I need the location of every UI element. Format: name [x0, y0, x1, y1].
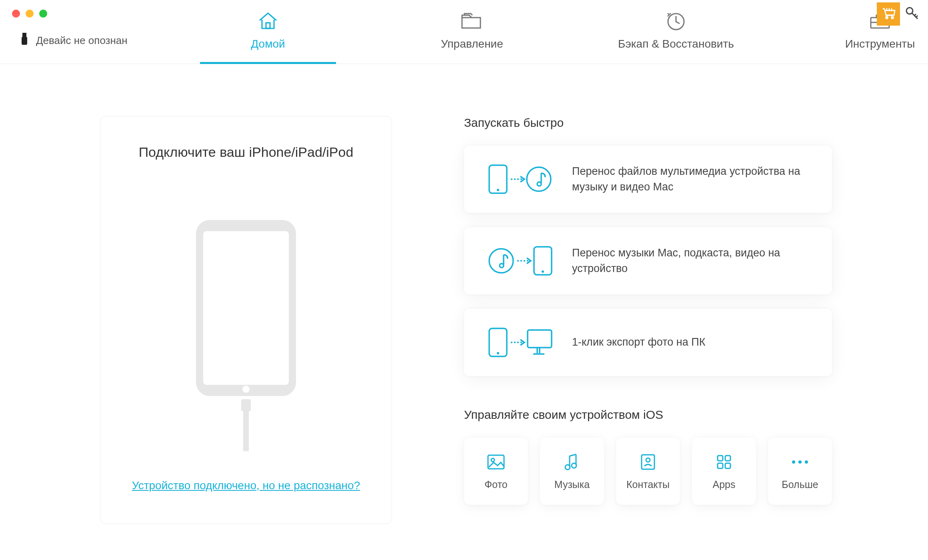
- folder-icon: [460, 10, 484, 31]
- svg-point-15: [542, 270, 544, 273]
- contacts-icon: [639, 452, 657, 472]
- home-icon: [257, 10, 279, 31]
- backup-icon: [665, 10, 687, 31]
- svg-rect-18: [528, 330, 552, 348]
- photo-icon: [486, 452, 506, 472]
- svg-point-13: [500, 264, 504, 268]
- cart-button[interactable]: [877, 2, 900, 26]
- key-icon: [904, 5, 920, 23]
- device-status: Девайс не опознан: [19, 32, 128, 49]
- quick-card-text: Перенос файлов мультимедиа устройства на…: [572, 164, 812, 195]
- tile-label: Контакты: [626, 479, 670, 490]
- tile-label: Фото: [484, 479, 507, 490]
- svg-point-31: [805, 460, 808, 464]
- quick-start-section: Запускать быстро Пер: [464, 116, 832, 376]
- phone-illustration: [196, 220, 296, 396]
- window-zoom-button[interactable]: [39, 10, 47, 18]
- right-column: Запускать быстро Пер: [464, 116, 832, 524]
- tab-backup-label: Бэкап & Восстановить: [618, 38, 734, 50]
- svg-rect-28: [725, 463, 730, 468]
- main-nav: Домой Управление Бэкап & Восстановить Ин…: [200, 0, 928, 64]
- svg-rect-26: [725, 456, 730, 461]
- tab-tools-label: Инструменты: [845, 38, 915, 50]
- svg-point-12: [489, 249, 513, 273]
- window-close-button[interactable]: [12, 10, 20, 18]
- tile-label: Apps: [713, 479, 736, 490]
- more-icon: [790, 452, 810, 472]
- quick-start-title: Запускать быстро: [464, 116, 832, 130]
- manage-tiles: Фото Музыка Контакты: [464, 438, 832, 505]
- svg-point-9: [497, 189, 499, 191]
- tile-music[interactable]: Музыка: [540, 438, 604, 505]
- svg-point-6: [892, 17, 894, 19]
- device-not-recognized-link[interactable]: Устройство подключено, но не распознано?: [132, 479, 360, 492]
- svg-point-11: [537, 182, 541, 186]
- svg-point-20: [491, 458, 494, 462]
- apps-icon: [715, 452, 733, 472]
- svg-point-22: [572, 463, 576, 468]
- tile-label: Музыка: [554, 479, 590, 490]
- tile-contacts[interactable]: Контакты: [616, 438, 680, 505]
- svg-point-24: [646, 458, 650, 462]
- music-to-device-icon: [484, 243, 556, 279]
- cart-icon: [881, 6, 896, 22]
- svg-point-17: [497, 352, 499, 354]
- quick-cards: Перенос файлов мультимедиа устройства на…: [464, 146, 832, 376]
- svg-point-7: [906, 8, 913, 14]
- tile-apps[interactable]: Apps: [692, 438, 756, 505]
- svg-rect-19: [488, 455, 504, 469]
- svg-point-30: [798, 460, 802, 464]
- manage-title: Управляйте своим устройством iOS: [464, 408, 832, 422]
- quick-card-text: 1-клик экспорт фото на ПК: [572, 334, 705, 350]
- tab-backup[interactable]: Бэкап & Восстановить: [608, 0, 744, 64]
- tab-home[interactable]: Домой: [200, 0, 336, 64]
- svg-rect-1: [22, 37, 27, 45]
- quick-card-text: Перенос музыки Mac, подкаста, видео на у…: [572, 245, 812, 276]
- device-to-music-icon: [484, 161, 556, 197]
- usb-icon: [19, 32, 30, 49]
- quick-card-mac-to-device[interactable]: Перенос музыки Mac, подкаста, видео на у…: [464, 227, 832, 294]
- svg-rect-27: [718, 463, 723, 468]
- tile-more[interactable]: Больше: [768, 438, 832, 505]
- tab-manage-label: Управление: [441, 38, 503, 50]
- quick-card-device-to-mac[interactable]: Перенос файлов мультимедиа устройства на…: [464, 146, 832, 213]
- device-to-pc-icon: [484, 324, 556, 360]
- svg-point-21: [565, 465, 570, 470]
- phone-figure: [196, 220, 296, 451]
- svg-point-5: [886, 17, 888, 19]
- activate-button[interactable]: [902, 4, 922, 24]
- window-minimize-button[interactable]: [26, 10, 34, 18]
- tab-home-label: Домой: [251, 38, 285, 50]
- svg-rect-2: [266, 23, 270, 28]
- connect-device-heading: Подключите ваш iPhone/iPad/iPod: [139, 144, 354, 160]
- main-content: Подключите ваш iPhone/iPad/iPod Устройст…: [0, 64, 928, 524]
- manage-section: Управляйте своим устройством iOS Фото Му…: [464, 408, 832, 505]
- svg-point-29: [792, 460, 795, 464]
- tile-label: Больше: [782, 479, 818, 490]
- music-icon: [563, 452, 581, 472]
- tab-manage[interactable]: Управление: [404, 0, 540, 64]
- device-status-text: Девайс не опознан: [36, 34, 128, 47]
- window-controls: [12, 10, 47, 18]
- device-panel: Подключите ваш iPhone/iPad/iPod Устройст…: [100, 116, 392, 524]
- quick-card-photo-export[interactable]: 1-клик экспорт фото на ПК: [464, 309, 832, 376]
- svg-rect-0: [22, 33, 26, 37]
- top-bar: Девайс не опознан Домой Управление Бэкап…: [0, 0, 928, 64]
- svg-rect-25: [718, 456, 723, 461]
- top-right-actions: [877, 2, 922, 26]
- tile-photo[interactable]: Фото: [464, 438, 528, 505]
- svg-point-10: [527, 167, 551, 191]
